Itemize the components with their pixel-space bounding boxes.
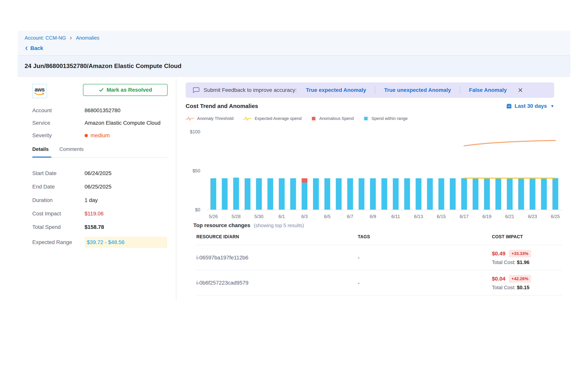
legend-label: Anomaly Threshold <box>197 116 234 121</box>
bar-6/18[interactable] <box>473 178 478 210</box>
bar-6/2[interactable] <box>290 178 296 210</box>
table-row: i-0b6f257223cad9579-$0.04+42.26%Total Co… <box>196 270 562 296</box>
bar-6/10[interactable] <box>382 178 387 210</box>
bar-6/14[interactable] <box>427 178 433 210</box>
bar-5/28[interactable] <box>233 178 239 210</box>
chat-bubble-icon <box>192 87 200 94</box>
legend-item-anomalous-spend[interactable]: Anomalous Spend <box>311 116 354 121</box>
feedback-option-true-expected-anomaly[interactable]: True expected Anomaly <box>306 87 366 93</box>
cost-impact-cell: $0.04+42.26%Total Cost: $0.15 <box>492 275 562 290</box>
feedback-bar: Submit Feedback to improve accuracy: Tru… <box>186 82 554 98</box>
y-axis-label: $50 <box>192 168 200 173</box>
tab-comments[interactable]: Comments <box>60 146 84 157</box>
column-tags: TAGS <box>358 234 492 240</box>
bar-6/6[interactable] <box>336 178 342 210</box>
chevron-left-icon <box>24 46 28 51</box>
legend-item-expected-average-spend[interactable]: Expected Average spend <box>243 116 302 121</box>
legend-item-anomaly-threshold[interactable]: Anomaly Threshold <box>186 116 234 121</box>
summary-row-value: Amazon Elastic Compute Cloud <box>84 120 160 126</box>
feedback-options: True expected AnomalyTrue unexpected Ano… <box>306 86 507 94</box>
legend-swatch-icon <box>363 116 368 121</box>
bar-5/31[interactable] <box>268 178 273 210</box>
bar-6/15[interactable] <box>438 178 444 210</box>
detail-rows: Start Date06/24/2025End Date06/25/2025Du… <box>32 170 168 248</box>
x-axis-label: 6/23 <box>528 214 537 219</box>
cost-impact-cell: $0.49+33.33%Total Cost: $1.96 <box>492 250 562 265</box>
cost-trend-chart[interactable]: $0$50$1005/265/285/306/16/36/56/76/96/11… <box>186 125 562 221</box>
bar-6/21[interactable] <box>507 178 513 210</box>
feedback-separator <box>460 86 460 94</box>
bar-5/27[interactable] <box>222 178 228 210</box>
detail-row: Start Date06/24/2025 <box>32 170 168 177</box>
summary-row-label: Severity <box>32 132 84 138</box>
bar-6/20[interactable] <box>496 178 501 210</box>
bar-6/5[interactable] <box>324 178 330 210</box>
detail-row-value: 06/24/2025 <box>84 170 112 176</box>
resource-id: i-06597ba197fe112b6 <box>196 254 248 260</box>
close-icon[interactable] <box>518 87 523 93</box>
feedback-prompt: Submit Feedback to improve accuracy: <box>204 87 297 93</box>
check-icon <box>98 87 104 92</box>
bar-5/26[interactable] <box>210 178 216 210</box>
x-axis-label: 6/7 <box>347 214 353 219</box>
tags-cell: - <box>358 280 492 286</box>
legend-label: Anomalous Spend <box>319 116 354 121</box>
anomaly-main: Submit Feedback to improve accuracy: Tru… <box>176 77 570 300</box>
detail-row-label: Start Date <box>32 170 84 176</box>
total-cost-value: $1.96 <box>517 260 530 265</box>
legend-item-spend-within-range[interactable]: Spend within range <box>363 116 408 121</box>
resources-table: RESOURCE ID/ARN TAGS COST IMPACT i-06597… <box>196 234 562 296</box>
bar-6/25[interactable] <box>552 178 558 210</box>
bar-6/13[interactable] <box>416 178 422 210</box>
detail-row-value: $39.72 - $48.56 <box>84 237 167 248</box>
bar-5/29[interactable] <box>244 178 250 210</box>
bar-6/24[interactable] <box>541 178 547 210</box>
tags-cell: - <box>358 254 492 261</box>
resource-id: i-0b6f257223cad9579 <box>196 280 248 286</box>
legend-label: Expected Average spend <box>254 116 302 121</box>
calendar-icon <box>506 103 512 109</box>
detail-row-value: 1 day <box>84 197 98 203</box>
resources-table-header: RESOURCE ID/ARN TAGS COST IMPACT <box>196 234 562 245</box>
detail-row: Expected Range$39.72 - $48.56 <box>32 237 168 248</box>
back-button[interactable]: Back <box>24 45 564 51</box>
breadcrumb-account-link[interactable]: Account: CCM-NG <box>24 35 66 41</box>
bar-6/4[interactable] <box>313 178 319 210</box>
y-axis-label: $0 <box>195 207 200 212</box>
cost-impact-line: $0.04+42.26% <box>492 275 562 283</box>
mark-as-resolved-button[interactable]: Mark as Resolved <box>83 84 168 96</box>
feedback-option-false-anomaly[interactable]: False Anomaly <box>469 87 507 93</box>
bar-6/11[interactable] <box>393 178 398 210</box>
summary-row-value: 868001352780 <box>84 108 120 114</box>
bar-6/9[interactable] <box>370 178 376 210</box>
total-cost-value: $0.15 <box>517 284 530 290</box>
x-axis-label: 6/5 <box>324 214 330 219</box>
chart-legend: Anomaly ThresholdExpected Average spendA… <box>186 116 554 121</box>
feedback-option-true-unexpected-anomaly[interactable]: True unexpected Anomaly <box>384 87 451 93</box>
detail-row-label: Total Spend <box>32 224 84 230</box>
detail-row-value: $158.78 <box>84 224 104 230</box>
bar-6/22[interactable] <box>518 178 524 210</box>
bar-6/12[interactable] <box>404 178 410 210</box>
tab-details[interactable]: Details <box>32 146 48 157</box>
breadcrumb-anomalies-link[interactable]: Anomalies <box>76 35 99 41</box>
bar-6/17[interactable] <box>461 178 467 210</box>
summary-row: Account868001352780 <box>32 108 168 114</box>
date-range-dropdown[interactable]: Last 30 days ▼ <box>506 103 554 109</box>
total-cost-line: Total Cost: $0.15 <box>492 284 562 290</box>
legend-label: Spend within range <box>372 116 408 121</box>
bar-5/30[interactable] <box>256 178 262 210</box>
x-axis-label: 5/26 <box>209 214 218 219</box>
bar-6/16[interactable] <box>450 178 456 210</box>
cost-impact-value: $0.04 <box>492 276 505 282</box>
bar-6/8[interactable] <box>358 178 364 210</box>
column-resource-id: RESOURCE ID/ARN <box>196 234 358 240</box>
bar-6/19[interactable] <box>484 178 490 210</box>
bar-6/1[interactable] <box>279 178 284 210</box>
cost-impact-percent-badge: +42.26% <box>509 275 531 283</box>
anomalous-bar-6/3[interactable] <box>302 178 308 182</box>
bar-6/7[interactable] <box>347 178 353 210</box>
bar-6/23[interactable] <box>530 178 535 210</box>
bar-6/3[interactable] <box>302 182 308 210</box>
aws-smile-icon <box>34 92 45 96</box>
